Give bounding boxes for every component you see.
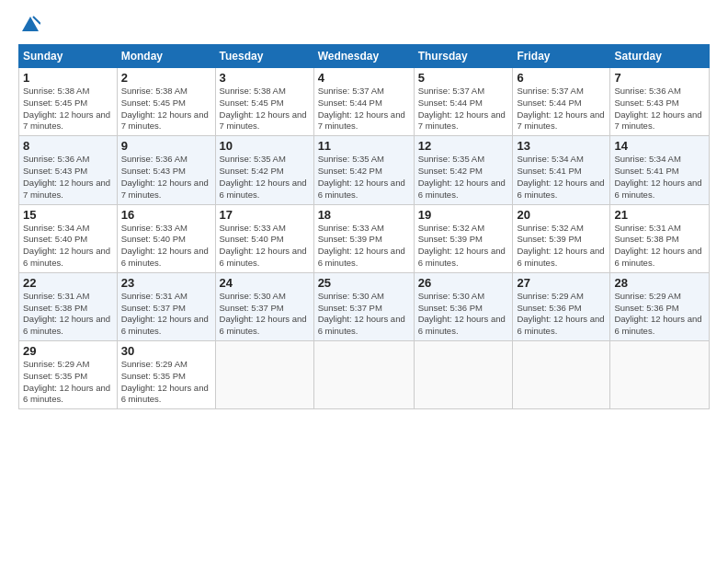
day-info: Sunrise: 5:31 AMSunset: 5:38 PMDaylight:… bbox=[614, 223, 701, 268]
logo-icon bbox=[20, 15, 40, 35]
calendar-cell: 21 Sunrise: 5:31 AMSunset: 5:38 PMDaylig… bbox=[610, 204, 710, 272]
day-number: 9 bbox=[121, 139, 211, 153]
day-number: 12 bbox=[418, 139, 509, 153]
weekday-header-friday: Friday bbox=[513, 45, 610, 68]
calendar-cell bbox=[215, 341, 313, 409]
day-number: 4 bbox=[318, 71, 410, 85]
day-info: Sunrise: 5:30 AMSunset: 5:37 PMDaylight:… bbox=[220, 291, 307, 336]
day-info: Sunrise: 5:31 AMSunset: 5:37 PMDaylight:… bbox=[121, 291, 209, 336]
calendar-cell bbox=[513, 341, 610, 409]
calendar-table: SundayMondayTuesdayWednesdayThursdayFrid… bbox=[18, 44, 710, 409]
day-number: 15 bbox=[23, 208, 113, 222]
calendar-cell: 16 Sunrise: 5:33 AMSunset: 5:40 PMDaylig… bbox=[117, 204, 215, 272]
calendar-cell bbox=[610, 341, 710, 409]
calendar-cell: 11 Sunrise: 5:35 AMSunset: 5:42 PMDaylig… bbox=[313, 136, 414, 204]
day-info: Sunrise: 5:29 AMSunset: 5:35 PMDaylight:… bbox=[121, 359, 209, 404]
calendar-cell: 3 Sunrise: 5:38 AMSunset: 5:45 PMDayligh… bbox=[215, 68, 313, 136]
day-info: Sunrise: 5:32 AMSunset: 5:39 PMDaylight:… bbox=[517, 223, 604, 268]
day-number: 6 bbox=[517, 71, 606, 85]
calendar-cell: 4 Sunrise: 5:37 AMSunset: 5:44 PMDayligh… bbox=[313, 68, 414, 136]
calendar-cell: 17 Sunrise: 5:33 AMSunset: 5:40 PMDaylig… bbox=[215, 204, 313, 272]
calendar-cell: 28 Sunrise: 5:29 AMSunset: 5:36 PMDaylig… bbox=[610, 272, 710, 340]
day-number: 20 bbox=[517, 208, 606, 222]
weekday-header-wednesday: Wednesday bbox=[313, 45, 414, 68]
day-info: Sunrise: 5:34 AMSunset: 5:40 PMDaylight:… bbox=[23, 223, 110, 268]
day-number: 14 bbox=[614, 139, 705, 153]
calendar-cell: 5 Sunrise: 5:37 AMSunset: 5:44 PMDayligh… bbox=[414, 68, 513, 136]
day-info: Sunrise: 5:31 AMSunset: 5:38 PMDaylight:… bbox=[23, 291, 110, 336]
day-info: Sunrise: 5:36 AMSunset: 5:43 PMDaylight:… bbox=[23, 154, 110, 199]
calendar-week-4: 22 Sunrise: 5:31 AMSunset: 5:38 PMDaylig… bbox=[19, 272, 710, 340]
calendar-cell: 19 Sunrise: 5:32 AMSunset: 5:39 PMDaylig… bbox=[414, 204, 513, 272]
day-info: Sunrise: 5:36 AMSunset: 5:43 PMDaylight:… bbox=[121, 154, 209, 199]
day-info: Sunrise: 5:37 AMSunset: 5:44 PMDaylight:… bbox=[318, 86, 405, 131]
day-number: 1 bbox=[23, 71, 113, 85]
calendar-cell: 29 Sunrise: 5:29 AMSunset: 5:35 PMDaylig… bbox=[19, 341, 118, 409]
calendar-cell: 24 Sunrise: 5:30 AMSunset: 5:37 PMDaylig… bbox=[215, 272, 313, 340]
day-number: 29 bbox=[23, 344, 113, 358]
day-info: Sunrise: 5:30 AMSunset: 5:36 PMDaylight:… bbox=[418, 291, 506, 336]
page: SundayMondayTuesdayWednesdayThursdayFrid… bbox=[0, 0, 728, 563]
day-info: Sunrise: 5:29 AMSunset: 5:36 PMDaylight:… bbox=[614, 291, 701, 336]
day-number: 13 bbox=[517, 139, 606, 153]
day-number: 5 bbox=[418, 71, 509, 85]
day-info: Sunrise: 5:29 AMSunset: 5:35 PMDaylight:… bbox=[23, 359, 110, 404]
day-number: 19 bbox=[418, 208, 509, 222]
day-number: 2 bbox=[121, 71, 211, 85]
logo bbox=[18, 15, 40, 35]
header bbox=[18, 15, 710, 35]
calendar-cell: 13 Sunrise: 5:34 AMSunset: 5:41 PMDaylig… bbox=[513, 136, 610, 204]
day-info: Sunrise: 5:38 AMSunset: 5:45 PMDaylight:… bbox=[23, 86, 110, 131]
calendar-cell: 26 Sunrise: 5:30 AMSunset: 5:36 PMDaylig… bbox=[414, 272, 513, 340]
day-number: 23 bbox=[121, 276, 211, 290]
calendar-cell: 1 Sunrise: 5:38 AMSunset: 5:45 PMDayligh… bbox=[19, 68, 118, 136]
day-info: Sunrise: 5:33 AMSunset: 5:40 PMDaylight:… bbox=[121, 223, 209, 268]
day-number: 8 bbox=[23, 139, 113, 153]
calendar-week-5: 29 Sunrise: 5:29 AMSunset: 5:35 PMDaylig… bbox=[19, 341, 710, 409]
day-info: Sunrise: 5:33 AMSunset: 5:40 PMDaylight:… bbox=[220, 223, 307, 268]
day-number: 25 bbox=[318, 276, 410, 290]
day-number: 11 bbox=[318, 139, 410, 153]
calendar-cell bbox=[313, 341, 414, 409]
day-number: 24 bbox=[220, 276, 310, 290]
day-info: Sunrise: 5:34 AMSunset: 5:41 PMDaylight:… bbox=[517, 154, 604, 199]
day-info: Sunrise: 5:38 AMSunset: 5:45 PMDaylight:… bbox=[220, 86, 307, 131]
day-number: 21 bbox=[614, 208, 705, 222]
calendar-cell: 2 Sunrise: 5:38 AMSunset: 5:45 PMDayligh… bbox=[117, 68, 215, 136]
calendar-cell: 15 Sunrise: 5:34 AMSunset: 5:40 PMDaylig… bbox=[19, 204, 118, 272]
day-info: Sunrise: 5:29 AMSunset: 5:36 PMDaylight:… bbox=[517, 291, 604, 336]
day-number: 10 bbox=[220, 139, 310, 153]
day-info: Sunrise: 5:30 AMSunset: 5:37 PMDaylight:… bbox=[318, 291, 405, 336]
calendar-week-3: 15 Sunrise: 5:34 AMSunset: 5:40 PMDaylig… bbox=[19, 204, 710, 272]
calendar-cell: 20 Sunrise: 5:32 AMSunset: 5:39 PMDaylig… bbox=[513, 204, 610, 272]
weekday-header-tuesday: Tuesday bbox=[215, 45, 313, 68]
day-info: Sunrise: 5:34 AMSunset: 5:41 PMDaylight:… bbox=[614, 154, 701, 199]
weekday-header-thursday: Thursday bbox=[414, 45, 513, 68]
day-info: Sunrise: 5:32 AMSunset: 5:39 PMDaylight:… bbox=[418, 223, 506, 268]
day-info: Sunrise: 5:35 AMSunset: 5:42 PMDaylight:… bbox=[318, 154, 405, 199]
day-number: 3 bbox=[220, 71, 310, 85]
day-number: 26 bbox=[418, 276, 509, 290]
day-number: 18 bbox=[318, 208, 410, 222]
day-number: 16 bbox=[121, 208, 211, 222]
day-info: Sunrise: 5:37 AMSunset: 5:44 PMDaylight:… bbox=[517, 86, 604, 131]
calendar-cell: 25 Sunrise: 5:30 AMSunset: 5:37 PMDaylig… bbox=[313, 272, 414, 340]
day-number: 17 bbox=[220, 208, 310, 222]
calendar-week-1: 1 Sunrise: 5:38 AMSunset: 5:45 PMDayligh… bbox=[19, 68, 710, 136]
calendar-cell: 9 Sunrise: 5:36 AMSunset: 5:43 PMDayligh… bbox=[117, 136, 215, 204]
calendar-cell: 23 Sunrise: 5:31 AMSunset: 5:37 PMDaylig… bbox=[117, 272, 215, 340]
calendar-cell: 27 Sunrise: 5:29 AMSunset: 5:36 PMDaylig… bbox=[513, 272, 610, 340]
day-info: Sunrise: 5:37 AMSunset: 5:44 PMDaylight:… bbox=[418, 86, 506, 131]
calendar-cell: 7 Sunrise: 5:36 AMSunset: 5:43 PMDayligh… bbox=[610, 68, 710, 136]
day-number: 27 bbox=[517, 276, 606, 290]
calendar-cell: 8 Sunrise: 5:36 AMSunset: 5:43 PMDayligh… bbox=[19, 136, 118, 204]
day-number: 30 bbox=[121, 344, 211, 358]
day-info: Sunrise: 5:38 AMSunset: 5:45 PMDaylight:… bbox=[121, 86, 209, 131]
calendar-cell: 12 Sunrise: 5:35 AMSunset: 5:42 PMDaylig… bbox=[414, 136, 513, 204]
calendar-cell: 14 Sunrise: 5:34 AMSunset: 5:41 PMDaylig… bbox=[610, 136, 710, 204]
day-number: 7 bbox=[614, 71, 705, 85]
calendar-cell: 18 Sunrise: 5:33 AMSunset: 5:39 PMDaylig… bbox=[313, 204, 414, 272]
day-info: Sunrise: 5:36 AMSunset: 5:43 PMDaylight:… bbox=[614, 86, 701, 131]
day-number: 22 bbox=[23, 276, 113, 290]
weekday-header-saturday: Saturday bbox=[610, 45, 710, 68]
